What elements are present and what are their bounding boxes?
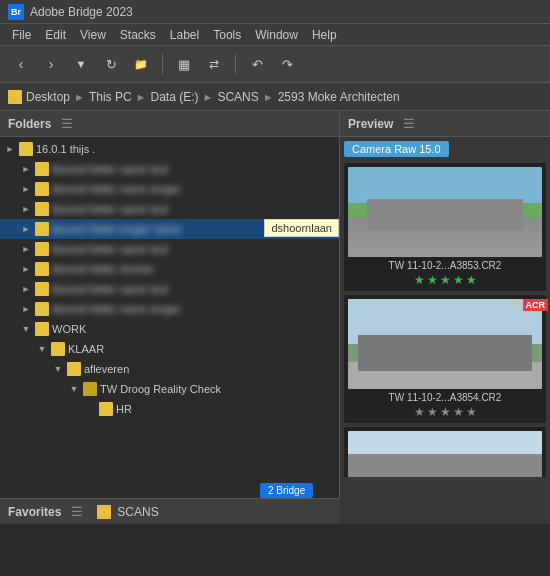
- folder-arrow-work: ▼: [20, 323, 32, 335]
- favorites-menu-icon[interactable]: ☰: [71, 504, 83, 519]
- menu-view[interactable]: View: [74, 26, 112, 44]
- breadcrumb-arrow-3: ►: [203, 91, 214, 103]
- folder-item-4[interactable]: ► blurred folder longer name dshoornlaan: [0, 219, 339, 239]
- breadcrumb-desktop[interactable]: Desktop: [26, 90, 70, 104]
- switch-button[interactable]: ⇄: [201, 51, 227, 77]
- thumb-filename-1: TW 11-10-2...A3854.CR2: [348, 392, 542, 403]
- app-icon: Br: [8, 4, 24, 20]
- folder-item-6[interactable]: ► blurred folder shorter: [0, 259, 339, 279]
- folder-arrow-1: ►: [20, 163, 32, 175]
- folder-icon-work: [35, 322, 49, 336]
- menu-label[interactable]: Label: [164, 26, 205, 44]
- folder-icon-afleveren: [67, 362, 81, 376]
- favorites-bar: Favorites ☰ SCANS: [0, 498, 340, 524]
- folder-arrow-7: ►: [20, 283, 32, 295]
- folder-label-5: blurred folder name text: [52, 243, 168, 255]
- folder-label-0: 16.0.1 thijs .: [36, 143, 95, 155]
- folder-arrow-2: ►: [20, 183, 32, 195]
- toolbar-separator-1: [162, 54, 163, 74]
- folder-icon-5: [35, 242, 49, 256]
- folder-item-1[interactable]: ► blurred folder name text: [0, 159, 339, 179]
- reveal-button[interactable]: 📁: [128, 51, 154, 77]
- menu-help[interactable]: Help: [306, 26, 343, 44]
- right-panel: Preview ☰ Camera Raw 15.0 TW 11-10-2...A…: [340, 111, 550, 524]
- folder-icon-6: [35, 262, 49, 276]
- menu-bar: File Edit View Stacks Label Tools Window…: [0, 23, 550, 45]
- main-content: Folders ☰ ► 16.0.1 thijs . ► blurred fol…: [0, 111, 550, 524]
- folder-label-klaar: KLAAR: [68, 343, 104, 355]
- folder-icon-0: [19, 142, 33, 156]
- title-bar: Br Adobe Bridge 2023: [0, 0, 550, 23]
- camera-button[interactable]: ▦: [171, 51, 197, 77]
- thumb-stars-0: ★ ★ ★ ★ ★: [348, 273, 542, 287]
- folder-label-tw-droog: TW Droog Reality Check: [100, 383, 221, 395]
- toolbar: ‹ › ▼ ↻ 📁 ▦ ⇄ ↶ ↷: [0, 45, 550, 83]
- redo-button[interactable]: ↷: [274, 51, 300, 77]
- folder-arrow-3: ►: [20, 203, 32, 215]
- acr-badge-1: ACR: [523, 299, 549, 311]
- bridge-badge: 2 Bridge: [260, 483, 313, 498]
- folder-item-3[interactable]: ► blurred folder name text: [0, 199, 339, 219]
- folder-arrow-klaar: ▼: [36, 343, 48, 355]
- favorites-folder-icon: [97, 505, 111, 519]
- preview-content[interactable]: Camera Raw 15.0 TW 11-10-2...A3853.CR2 ★…: [340, 137, 550, 524]
- star-1-4: ★: [466, 405, 477, 419]
- thumb-filename-0: TW 11-10-2...A3853.CR2: [348, 260, 542, 271]
- star-1-2: ★: [440, 405, 451, 419]
- folder-item-hr[interactable]: ► HR: [0, 399, 339, 419]
- left-panel: Folders ☰ ► 16.0.1 thijs . ► blurred fol…: [0, 111, 340, 524]
- menu-tools[interactable]: Tools: [207, 26, 247, 44]
- folder-arrow-afleveren: ▼: [52, 363, 64, 375]
- star-0-1: ★: [427, 273, 438, 287]
- breadcrumb-thispc[interactable]: This PC: [89, 90, 132, 104]
- preview-thumb-2[interactable]: [344, 427, 546, 477]
- folder-icon-3: [35, 202, 49, 216]
- menu-stacks[interactable]: Stacks: [114, 26, 162, 44]
- history-button[interactable]: ↻: [98, 51, 124, 77]
- folder-arrow-4: ►: [20, 223, 32, 235]
- star-0-3: ★: [453, 273, 464, 287]
- folder-item-8[interactable]: ► blurred folder name longer: [0, 299, 339, 319]
- folder-item-afleveren[interactable]: ▼ afleveren: [0, 359, 339, 379]
- preview-header: Preview ☰: [340, 111, 550, 137]
- folder-label-afleveren: afleveren: [84, 363, 129, 375]
- preview-thumb-0[interactable]: TW 11-10-2...A3853.CR2 ★ ★ ★ ★ ★: [344, 163, 546, 291]
- folder-arrow-tw-droog: ▼: [68, 383, 80, 395]
- forward-button[interactable]: ›: [38, 51, 64, 77]
- star-1-1: ★: [427, 405, 438, 419]
- folder-label-4: blurred folder longer name: [52, 223, 181, 235]
- preview-menu-icon[interactable]: ☰: [403, 116, 415, 131]
- recent-button[interactable]: ▼: [68, 51, 94, 77]
- folder-label-2: blurred folder name longer: [52, 183, 181, 195]
- folder-item-0[interactable]: ► 16.0.1 thijs .: [0, 139, 339, 159]
- folder-icon-8: [35, 302, 49, 316]
- breadcrumb-data[interactable]: Data (E:): [151, 90, 199, 104]
- back-button[interactable]: ‹: [8, 51, 34, 77]
- breadcrumb-arrow-4: ►: [263, 91, 274, 103]
- thumb-image-0: [348, 167, 542, 257]
- favorites-scans[interactable]: SCANS: [117, 505, 158, 519]
- menu-file[interactable]: File: [6, 26, 37, 44]
- breadcrumb-desktop-icon: [8, 90, 22, 104]
- folder-icon-2: [35, 182, 49, 196]
- breadcrumb-scans[interactable]: SCANS: [217, 90, 258, 104]
- folder-item-tw-droog[interactable]: ▼ TW Droog Reality Check: [0, 379, 339, 399]
- folder-item-2[interactable]: ► blurred folder name longer: [0, 179, 339, 199]
- menu-edit[interactable]: Edit: [39, 26, 72, 44]
- folder-item-klaar[interactable]: ▼ KLAAR: [0, 339, 339, 359]
- menu-window[interactable]: Window: [249, 26, 304, 44]
- folder-icon-klaar: [51, 342, 65, 356]
- thumb-image-1: [348, 299, 542, 389]
- undo-button[interactable]: ↶: [244, 51, 270, 77]
- folder-icon-4: [35, 222, 49, 236]
- folder-label-8: blurred folder name longer: [52, 303, 181, 315]
- folder-item-5[interactable]: ► blurred folder name text: [0, 239, 339, 259]
- folders-title: Folders: [8, 117, 51, 131]
- acr-number-1: 1: [512, 299, 518, 310]
- folder-tree[interactable]: ► 16.0.1 thijs . ► blurred folder name t…: [0, 137, 339, 524]
- folder-item-7[interactable]: ► blurred folder name text: [0, 279, 339, 299]
- folders-menu-icon[interactable]: ☰: [61, 116, 73, 131]
- preview-thumb-1[interactable]: 1 ACR TW 11-10-2...A3854.CR2 ★ ★ ★ ★ ★: [344, 295, 546, 423]
- folder-item-work[interactable]: ▼ WORK: [0, 319, 339, 339]
- breadcrumb-project[interactable]: 2593 Moke Architecten: [278, 90, 400, 104]
